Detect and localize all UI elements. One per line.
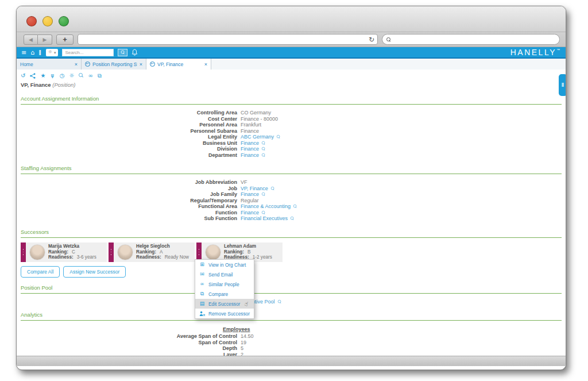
minimize-window-button[interactable]: [42, 16, 53, 26]
field-label: Average Span of Control: [21, 333, 241, 340]
panels-icon[interactable]: ‖: [38, 49, 42, 56]
lookup-icon[interactable]: [291, 217, 294, 220]
field-value: CO Germany: [241, 110, 271, 116]
field-value: 2: [241, 352, 243, 356]
compare-all-button[interactable]: Compare All: [21, 266, 60, 278]
ranking-value: A: [160, 249, 163, 255]
menu-item-similar-people[interactable]: ∞ Similar People: [195, 279, 254, 289]
page-content: ↺ ★ ⋔ ◷ ☼ ∞ ⧉ VP, Finance (Position) Acc…: [17, 70, 566, 356]
menu-item-send-email[interactable]: ✉ Send Email: [195, 270, 254, 279]
org-chart-icon[interactable]: ⋔: [50, 73, 55, 79]
analytics-fields: Average Span of Control14.50 Span of Con…: [21, 333, 562, 356]
tab-label: Position Reporting Struct...: [92, 61, 137, 67]
lookup-icon[interactable]: [262, 211, 265, 214]
close-window-button[interactable]: [26, 16, 37, 26]
section-divider: [21, 293, 562, 294]
field-value-link[interactable]: ABC Germany: [241, 134, 281, 140]
window-titlebar[interactable]: [17, 6, 566, 32]
drag-handle[interactable]: [109, 243, 114, 262]
share-icon[interactable]: [30, 73, 36, 79]
successor-name: Helge Siegloch: [136, 244, 189, 249]
menu-item-label: View in Org Chart: [208, 262, 246, 268]
app-search-field[interactable]: [62, 49, 114, 56]
lookup-icon[interactable]: [293, 205, 297, 208]
successor-card[interactable]: Marija Wetzka Ranking:C Readiness:3-6 ye…: [21, 243, 107, 262]
field-value-link[interactable]: Finance: [241, 210, 266, 216]
back-button[interactable]: ◀: [24, 34, 38, 45]
ranking-label: Ranking:: [136, 249, 156, 255]
lookup-icon[interactable]: [262, 141, 265, 145]
brand-logo: HANELLY™: [510, 48, 560, 57]
zoom-icon[interactable]: [79, 73, 83, 79]
chevron-down-icon: ▾: [54, 51, 56, 55]
tab-label: VP, Finance: [157, 61, 202, 67]
browser-search-field[interactable]: [382, 34, 560, 45]
section-heading-staffing-assignments: Staffing Assignments: [21, 165, 562, 171]
refresh-icon[interactable]: ↻: [369, 36, 374, 43]
field-value-link[interactable]: Finance: [241, 191, 266, 198]
field-label: Span of Control: [21, 340, 241, 346]
forward-button[interactable]: ▶: [38, 34, 52, 45]
favorite-icon[interactable]: ★: [40, 73, 45, 79]
similar-icon[interactable]: ∞: [88, 73, 92, 79]
successor-card[interactable]: Helge Siegloch Ranking:A Readiness:Ready…: [109, 243, 195, 262]
browser-search-input[interactable]: [394, 36, 555, 43]
field-value: Finance - 80000: [241, 116, 278, 122]
field-value: 19: [241, 340, 246, 346]
menu-item-view-in-org-chart[interactable]: ⊞ View in Org Chart: [195, 260, 254, 270]
copy-icon[interactable]: ⧉: [98, 73, 102, 79]
sidebar-toggle[interactable]: ‖: [559, 74, 566, 96]
section-heading-analytics: Analytics: [21, 311, 562, 318]
lookup-icon[interactable]: [262, 147, 265, 151]
field-value-link[interactable]: Financial Executives: [241, 215, 295, 222]
field-value-link[interactable]: Finance & Accounting: [241, 203, 297, 210]
history-icon[interactable]: ↺: [21, 73, 25, 79]
field-label: Controlling Area: [21, 110, 241, 116]
lookup-icon[interactable]: [262, 193, 265, 196]
field-value-link[interactable]: Finance: [241, 146, 266, 152]
close-icon[interactable]: ×: [140, 61, 142, 67]
successor-cards: Marija Wetzka Ranking:C Readiness:3-6 ye…: [21, 243, 562, 262]
settings-dropdown[interactable]: ☼ ▾: [46, 49, 59, 56]
field-value-link[interactable]: Finance: [241, 140, 266, 147]
lookup-icon[interactable]: [277, 300, 281, 303]
tab-home[interactable]: Home ×: [17, 59, 82, 70]
section-heading-successors: Successors: [21, 229, 562, 235]
tab-vp-finance[interactable]: ← VP, Finance ×: [146, 59, 211, 70]
tab-bar: Home × ← Position Reporting Struct... × …: [17, 57, 566, 70]
home-icon[interactable]: ⌂: [30, 49, 34, 56]
url-bar[interactable]: ↻: [78, 34, 378, 45]
menu-item-remove-successor[interactable]: Remove Successor: [195, 309, 254, 318]
url-input[interactable]: [81, 36, 369, 43]
hamburger-menu-icon[interactable]: ≡: [21, 49, 26, 56]
section-heading-account-assignment: Account Assignment Information: [21, 95, 562, 102]
menu-item-edit-successor[interactable]: ▤ Edit Successor ☝: [195, 299, 254, 309]
menu-item-label: Similar People: [208, 282, 239, 287]
lookup-icon[interactable]: [262, 153, 265, 157]
field-value-link[interactable]: VP, Finance: [241, 186, 275, 192]
zoom-window-button[interactable]: [59, 16, 69, 26]
section-divider: [21, 174, 562, 174]
clock-icon[interactable]: ◷: [60, 73, 65, 79]
menu-item-compare[interactable]: ⧉ Compare: [195, 289, 254, 299]
menu-item-label: Remove Successor: [208, 311, 250, 317]
field-label: Job Abbreviation: [21, 179, 241, 186]
new-tab-button[interactable]: +: [56, 34, 74, 45]
field-value-link[interactable]: Finance: [241, 152, 266, 159]
close-icon[interactable]: ×: [204, 61, 207, 67]
pause-icon: ‖: [562, 82, 564, 88]
settings-icon[interactable]: ☼: [69, 73, 74, 79]
successor-avatar: [29, 244, 45, 260]
menu-item-label: Edit Successor: [208, 301, 240, 307]
tab-back-icon: ←: [85, 61, 90, 67]
position-name: VP, Finance: [21, 82, 51, 88]
drag-handle[interactable]: [21, 243, 26, 262]
app-search-button[interactable]: [118, 49, 127, 56]
assign-new-successor-button[interactable]: Assign New Successor: [63, 266, 126, 278]
bell-icon[interactable]: [131, 49, 138, 56]
lookup-icon[interactable]: [277, 135, 280, 138]
close-icon[interactable]: ×: [75, 61, 78, 67]
tab-position-reporting-structure[interactable]: ← Position Reporting Struct... ×: [82, 59, 146, 70]
lookup-icon[interactable]: [271, 187, 274, 190]
app-search-input[interactable]: [65, 50, 111, 55]
